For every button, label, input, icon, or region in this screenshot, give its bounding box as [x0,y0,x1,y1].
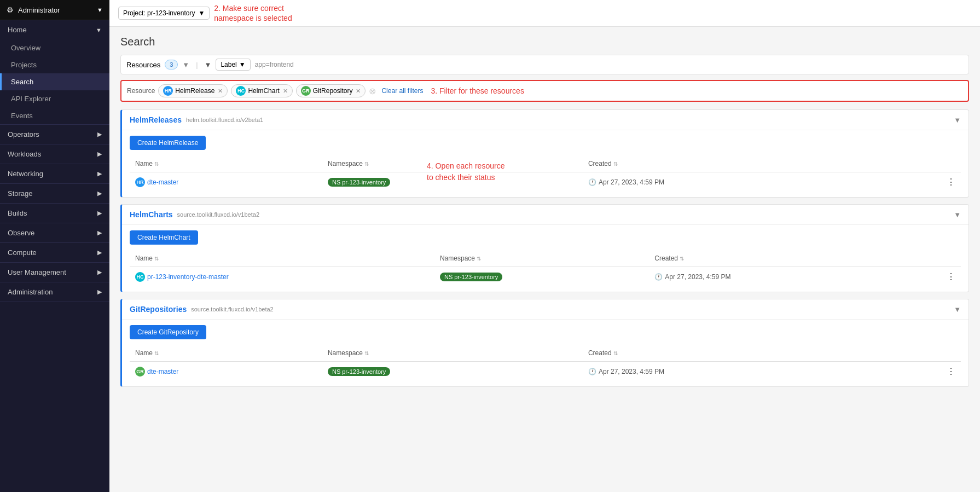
created-time: 🕐 Apr 27, 2023, 4:59 PM [588,368,886,375]
sidebar-header[interactable]: ⚙ Administrator ▼ [0,0,109,20]
helmreleases-header: HelmReleases helm.toolkit.fluxcd.io/v2be… [122,110,969,130]
gitrepository-tag-remove[interactable]: ✕ [356,88,361,95]
sidebar-workloads-label: Workloads [8,150,41,158]
sidebar-section-administration: Administration ▶ [0,282,109,302]
networking-chevron-icon: ▶ [97,170,102,177]
name-sort-icon[interactable]: ⇅ [154,350,159,356]
resources-count-badge: 3 [165,60,178,70]
sidebar-operators-label: Operators [8,130,39,138]
helmrelease-created-cell: 🕐 Apr 27, 2023, 4:59 PM [583,172,891,192]
builds-chevron-icon: ▶ [97,210,102,217]
ns-label: NS [444,274,453,280]
storage-chevron-icon: ▶ [97,190,102,197]
user-chevron-icon: ▼ [97,7,103,13]
gitrepositories-chevron-icon[interactable]: ▼ [954,305,961,314]
gitrepository-name-link[interactable]: GR dte-master [135,367,317,377]
helmreleases-chevron-icon[interactable]: ▼ [954,116,961,124]
helmrelease-tag-remove[interactable]: ✕ [218,88,223,95]
gitrepositories-col-namespace: Namespace ⇅ [322,345,583,362]
helmcharts-title: HelmCharts [130,210,173,219]
home-chevron-icon: ▼ [96,27,102,33]
helmchart-tag-remove[interactable]: ✕ [283,88,288,95]
helmcharts-section: HelmCharts source.toolkit.fluxcd.io/v1be… [120,204,969,292]
clock-icon: 🕐 [588,178,596,186]
annotation-4: 4. Open each resourceto check their stat… [427,160,505,183]
name-sort-icon[interactable]: ⇅ [154,161,159,167]
helmchart-name-link[interactable]: HC pr-123-inventory-dte-master [135,272,429,282]
sidebar-networking-label: Networking [8,170,43,178]
sidebar-item-storage[interactable]: Storage ▶ [0,184,109,203]
helmchart-tag: HC HelmChart ✕ [231,84,292,97]
helmrelease-tag: HR HelmRelease ✕ [158,84,228,97]
project-chevron-icon: ▼ [198,9,205,17]
hr-badge: HR [163,86,173,96]
create-helmrelease-button[interactable]: Create HelmRelease [130,136,206,150]
created-sort-icon[interactable]: ⇅ [680,256,684,262]
user-management-chevron-icon: ▶ [97,269,102,276]
helmcharts-body: Create HelmChart Name ⇅ Namespace ⇅ Crea… [122,225,969,292]
name-sort-icon[interactable]: ⇅ [154,256,159,262]
helmrelease-more-button[interactable]: ⋮ [891,172,961,192]
sidebar-item-observe[interactable]: Observe ▶ [0,223,109,242]
gitrepositories-table: Name ⇅ Namespace ⇅ Created ⇅ GR dte-mast… [130,345,961,381]
clear-filters-link[interactable]: Clear all filters [381,87,423,95]
helmcharts-col-created: Created ⇅ [649,250,903,267]
sidebar-item-compute[interactable]: Compute ▶ [0,243,109,262]
sidebar-section-observe: Observe ▶ [0,223,109,243]
sidebar-item-search[interactable]: Search [0,73,109,90]
sidebar-item-api-explorer[interactable]: API Explorer [0,90,109,107]
sidebar-item-administration[interactable]: Administration ▶ [0,282,109,302]
created-sort-icon[interactable]: ⇅ [613,161,618,167]
sidebar: ⚙ Administrator ▼ Home ▼ Overview Projec… [0,0,109,492]
annotation-3: 3. Filter for these resources [431,86,524,95]
helmcharts-col-actions [903,250,961,267]
gitrepositories-body: Create GitRepository Name ⇅ Namespace ⇅ … [122,320,969,386]
helmcharts-header: HelmCharts source.toolkit.fluxcd.io/v1be… [122,205,969,225]
helmcharts-col-namespace: Namespace ⇅ [434,250,649,267]
resources-dropdown-icon[interactable]: ▼ [182,61,189,69]
clear-all-btn[interactable]: ⊗ [369,86,376,96]
sidebar-section-builds: Builds ▶ [0,204,109,223]
gr-row-badge: GR [135,367,145,377]
compute-chevron-icon: ▶ [97,249,102,256]
helmchart-more-button[interactable]: ⋮ [903,267,961,287]
label-filter-button[interactable]: Label ▼ [216,59,250,71]
sidebar-item-overview[interactable]: Overview [0,39,109,56]
helmrelease-name-link[interactable]: HR dte-master [135,177,317,187]
main-content: Project: pr-123-inventory ▼ 2. Make sure… [109,0,980,492]
table-row: HC pr-123-inventory-dte-master NS pr-123… [130,267,961,287]
sidebar-item-events[interactable]: Events [0,107,109,124]
workloads-chevron-icon: ▶ [97,151,102,158]
table-row: HR dte-master NS pr-123-inventory [130,172,961,192]
sidebar-section-home: Home ▼ Overview Projects Search API Expl… [0,20,109,125]
created-sort-icon[interactable]: ⇅ [613,350,618,356]
page-title: Search [120,36,969,48]
ns-sort-icon[interactable]: ⇅ [364,161,369,167]
administration-chevron-icon: ▶ [97,288,102,296]
helmchart-ns-cell: NS pr-123-inventory [434,267,649,287]
helmreleases-col-actions [891,155,961,172]
sidebar-item-operators[interactable]: Operators ▶ [0,125,109,144]
sidebar-item-projects[interactable]: Projects [0,56,109,73]
created-time: 🕐 Apr 27, 2023, 4:59 PM [588,178,886,186]
sidebar-item-home[interactable]: Home ▼ [0,20,109,39]
gitrepository-more-button[interactable]: ⋮ [891,362,961,381]
create-gitrepository-button[interactable]: Create GitRepository [130,325,206,339]
sidebar-item-user-management[interactable]: User Management ▶ [0,263,109,282]
gr-badge: GR [301,86,311,96]
label-filter-label: Label [221,61,236,68]
topbar: Project: pr-123-inventory ▼ 2. Make sure… [109,0,980,27]
sidebar-item-workloads[interactable]: Workloads ▶ [0,144,109,164]
create-helmchart-button[interactable]: Create HelmChart [130,230,198,245]
sidebar-item-networking[interactable]: Networking ▶ [0,164,109,183]
operators-chevron-icon: ▶ [97,131,102,138]
helmrelease-name-cell: HR dte-master [130,172,322,192]
ns-sort-icon[interactable]: ⇅ [477,256,481,262]
project-selector[interactable]: Project: pr-123-inventory ▼ [118,7,210,20]
ns-sort-icon[interactable]: ⇅ [364,350,369,356]
helmchart-name-cell: HC pr-123-inventory-dte-master [130,267,434,287]
sidebar-section-compute: Compute ▶ [0,243,109,263]
helmcharts-chevron-icon[interactable]: ▼ [954,211,961,219]
hr-row-badge: HR [135,177,145,187]
sidebar-item-builds[interactable]: Builds ▶ [0,204,109,223]
